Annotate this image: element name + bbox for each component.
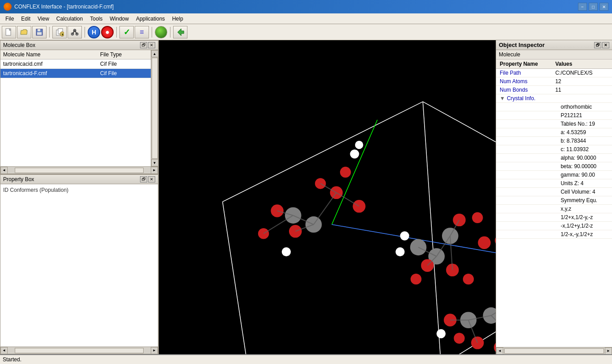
property-empty xyxy=(0,196,158,347)
expand-crystal-icon: ▼ xyxy=(500,95,505,102)
property-scroll-h[interactable]: ◄ ► xyxy=(0,347,158,354)
prop-ortho-value: orthorhombic xyxy=(552,103,612,111)
prop-scroll-track[interactable] xyxy=(15,348,144,353)
inspector-scroll-left[interactable]: ◄ xyxy=(496,347,503,355)
new-button[interactable] xyxy=(2,26,16,38)
svg-point-69 xyxy=(454,333,464,343)
scroll-h-track[interactable] xyxy=(15,168,144,173)
app-icon xyxy=(4,3,12,11)
ball-button[interactable] xyxy=(155,26,167,38)
inspector-scroll-right[interactable]: ► xyxy=(605,347,612,355)
inspector-col-values: Values xyxy=(552,59,612,69)
prop-gamma-label xyxy=(496,171,552,179)
prop-b-value: b: 8.78344 xyxy=(552,137,612,145)
property-box-close[interactable]: ✕ xyxy=(148,176,155,182)
inspector-row-beta: beta: 90.00000 xyxy=(496,162,612,171)
property-box-restore[interactable]: 🗗 xyxy=(140,176,147,182)
col-molecule-name: Molecule Name xyxy=(0,50,98,59)
molecule-box-restore[interactable]: 🗗 xyxy=(140,42,147,48)
toolbar-separator-3 xyxy=(116,27,117,38)
molecule-table: Molecule Name File Type tartronicacid.cm… xyxy=(0,50,151,166)
inspector-col-property: Property Name xyxy=(496,59,552,69)
prop-tables-value: Tables No.: 19 xyxy=(552,120,612,128)
property-box: Property Box 🗗 ✕ ID Conformers (Populati… xyxy=(0,174,158,354)
status-text: Started. xyxy=(3,356,21,363)
prop-unitsz-value: Units Z: 4 xyxy=(552,179,612,188)
arrow-button[interactable] xyxy=(173,26,187,38)
mol-type-2: Cif File xyxy=(98,69,151,78)
prop-a-value: a: 4.53259 xyxy=(552,128,612,137)
menu-bar: File Edit View Calculation Tools Window … xyxy=(0,13,612,24)
molecule-box-close[interactable]: ✕ xyxy=(148,42,155,48)
inspector-scroll-track[interactable] xyxy=(504,348,604,354)
prop-sym2-label xyxy=(496,213,552,222)
maximize-button[interactable]: □ xyxy=(589,3,598,11)
svg-rect-2 xyxy=(38,29,40,31)
molecule-row-2[interactable]: tartronicacid-F.cmf Cif File xyxy=(0,69,151,78)
open-button[interactable] xyxy=(17,26,31,38)
copy-button[interactable]: ▼ xyxy=(52,26,67,38)
close-button[interactable]: ✕ xyxy=(599,3,608,11)
inspector-controls: 🗗 ✕ xyxy=(594,42,609,48)
scroll-down-arrow[interactable]: ▼ xyxy=(151,159,158,166)
stop-button[interactable]: ● xyxy=(101,26,114,38)
inspector-row-numatoms: Num Atoms 12 xyxy=(496,77,612,86)
svg-point-55 xyxy=(463,274,474,284)
minimize-button[interactable]: − xyxy=(578,3,587,11)
menu-help[interactable]: Help xyxy=(169,15,187,23)
prop-symequ-value: Symmetry Equ. xyxy=(552,196,612,205)
molecule-row-1[interactable]: tartronicacid.cmf Cif File xyxy=(0,59,151,69)
prop-sym4-label xyxy=(496,230,552,239)
inspector-scroll-h[interactable]: ◄ ► xyxy=(496,347,612,354)
prop-alpha-value: alpha: 90.0000 xyxy=(552,154,612,162)
menu-tools[interactable]: Tools xyxy=(86,15,106,23)
prop-p212121-value: P212121 xyxy=(552,111,612,120)
inspector-row-crystal[interactable]: ▼Crystal Info. xyxy=(496,94,612,103)
save-button[interactable] xyxy=(32,26,47,38)
svg-point-28 xyxy=(340,167,351,178)
inspector-scroll-area[interactable]: Property Name Values File Path C:/CONFLE… xyxy=(496,59,612,347)
toolbar: ▼ H ● ✓ ≡ xyxy=(0,24,612,40)
prop-scroll-right[interactable]: ► xyxy=(151,347,158,354)
scroll-thumb[interactable] xyxy=(152,58,158,159)
prop-c-label xyxy=(496,145,552,154)
run-button[interactable]: ≡ xyxy=(135,26,149,38)
inspector-row-numbonds: Num Bonds 11 xyxy=(496,86,612,94)
scroll-right-arrow[interactable]: ► xyxy=(151,167,158,174)
svg-line-20 xyxy=(423,102,441,354)
toolbar-separator-1 xyxy=(49,27,50,38)
menu-window[interactable]: Window xyxy=(106,15,132,23)
inspector-row-ortho: orthorhombic xyxy=(496,103,612,111)
menu-calculation[interactable]: Calculation xyxy=(53,15,86,23)
inspector-row-a: a: 4.53259 xyxy=(496,128,612,137)
model-button[interactable] xyxy=(68,26,82,38)
inspector-row-tables: Tables No.: 19 xyxy=(496,120,612,128)
scroll-up-arrow[interactable]: ▲ xyxy=(151,50,158,57)
molecule-scroll-v[interactable]: ▲ ▼ xyxy=(151,50,158,166)
hydrogen-button[interactable]: H xyxy=(88,26,100,38)
menu-view[interactable]: View xyxy=(34,15,53,23)
property-box-controls: 🗗 ✕ xyxy=(140,176,155,182)
menu-applications[interactable]: Applications xyxy=(132,15,169,23)
inspector-close[interactable]: ✕ xyxy=(602,42,609,48)
menu-edit[interactable]: Edit xyxy=(17,15,34,23)
property-id-conformers: ID Conformers (Population) xyxy=(3,187,68,193)
prop-sym3-label xyxy=(496,222,552,230)
prop-scroll-left[interactable]: ◄ xyxy=(0,347,8,354)
scroll-left-arrow[interactable]: ◄ xyxy=(0,167,8,174)
mol-type-1: Cif File xyxy=(98,59,151,69)
prop-crystal-value xyxy=(552,94,612,103)
molecule-scroll-h[interactable]: ◄ ► xyxy=(0,166,158,174)
prop-cellvol-label xyxy=(496,188,552,196)
svg-line-15 xyxy=(222,202,247,354)
check-button[interactable]: ✓ xyxy=(119,26,134,38)
menu-file[interactable]: File xyxy=(2,15,17,23)
3d-view[interactable] xyxy=(159,40,496,354)
main-content: Molecule Box 🗗 ✕ Molecule Name File Type xyxy=(0,40,612,354)
prop-unitsz-label xyxy=(496,179,552,188)
svg-point-58 xyxy=(400,231,409,240)
inspector-restore[interactable]: 🗗 xyxy=(594,42,601,48)
window-controls: − □ ✕ xyxy=(578,3,608,11)
molecule-box-controls: 🗗 ✕ xyxy=(140,42,155,48)
property-content: ID Conformers (Population) xyxy=(0,184,158,196)
